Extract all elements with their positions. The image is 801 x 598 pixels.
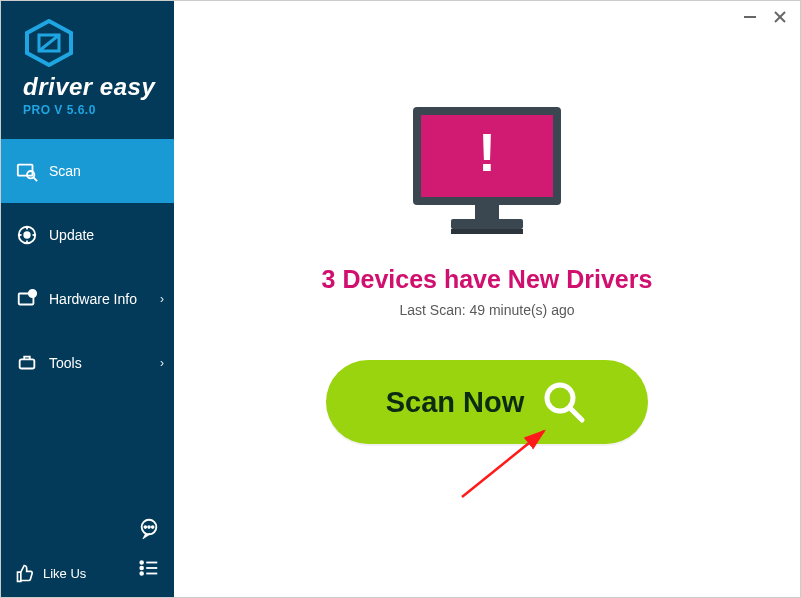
search-icon (540, 378, 588, 426)
close-icon (773, 10, 787, 24)
nav: Scan Update (1, 139, 174, 553)
like-us-button[interactable]: Like Us (15, 563, 86, 583)
thumbs-up-icon (15, 563, 35, 583)
scan-now-label: Scan Now (386, 386, 525, 419)
svg-text:!: ! (478, 122, 496, 182)
svg-point-8 (24, 232, 30, 238)
scan-now-button[interactable]: Scan Now (326, 360, 648, 444)
tools-icon (15, 351, 39, 375)
svg-point-18 (144, 526, 146, 528)
feedback-button[interactable] (138, 517, 160, 543)
nav-label: Scan (49, 163, 81, 179)
chat-icon (138, 517, 160, 539)
svg-line-34 (570, 408, 582, 420)
minimize-icon (743, 10, 757, 24)
svg-point-23 (140, 567, 143, 570)
last-scan-text: Last Scan: 49 minute(s) ago (399, 302, 574, 318)
nav-label: Tools (49, 355, 82, 371)
svg-rect-31 (451, 229, 523, 234)
hardware-info-icon: i (15, 287, 39, 311)
menu-button[interactable] (138, 557, 160, 583)
update-icon (15, 223, 39, 247)
sidebar: driver easy PRO V 5.6.0 Scan (1, 1, 174, 597)
main-content: ! 3 Devices have New Drivers Last Scan: … (174, 1, 800, 597)
svg-line-6 (33, 177, 37, 181)
chevron-right-icon: › (160, 292, 164, 306)
svg-point-19 (148, 526, 150, 528)
svg-rect-4 (18, 165, 33, 176)
logo-version: PRO V 5.6.0 (23, 103, 164, 117)
svg-point-21 (140, 561, 143, 564)
scan-icon (15, 159, 39, 183)
svg-point-25 (140, 572, 143, 575)
nav-item-scan[interactable]: Scan (1, 139, 174, 203)
svg-point-20 (152, 526, 154, 528)
status-heading: 3 Devices have New Drivers (322, 265, 653, 294)
logo-text: driver easy (23, 73, 164, 101)
chevron-right-icon: › (160, 356, 164, 370)
logo-icon (23, 19, 75, 67)
nav-label: Hardware Info (49, 291, 137, 307)
logo-block: driver easy PRO V 5.6.0 (1, 1, 174, 127)
nav-item-update[interactable]: Update (1, 203, 174, 267)
menu-list-icon (138, 557, 160, 579)
monitor-alert-icon: ! (403, 101, 571, 241)
minimize-button[interactable] (740, 7, 760, 27)
close-button[interactable] (770, 7, 790, 27)
nav-label: Update (49, 227, 94, 243)
svg-rect-30 (451, 219, 523, 229)
svg-rect-29 (475, 205, 499, 219)
nav-item-hardware-info[interactable]: i Hardware Info › (1, 267, 174, 331)
svg-rect-16 (20, 359, 35, 368)
nav-item-tools[interactable]: Tools › (1, 331, 174, 395)
like-us-label: Like Us (43, 566, 86, 581)
